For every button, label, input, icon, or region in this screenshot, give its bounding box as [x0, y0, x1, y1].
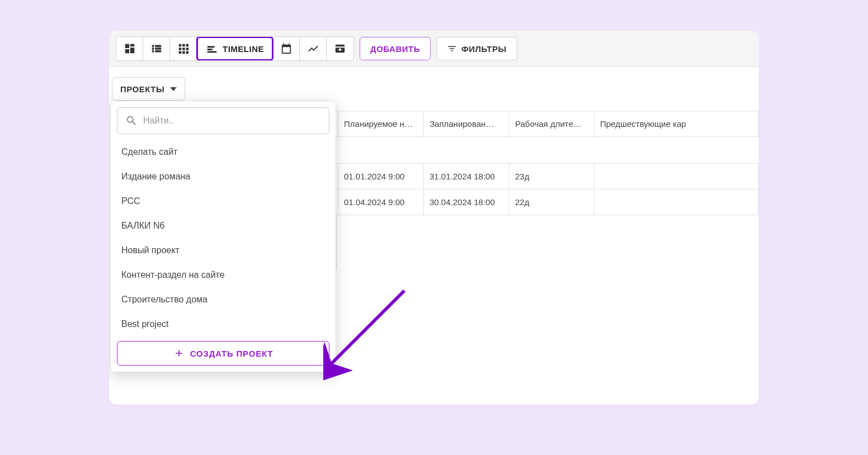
add-button[interactable]: ДОБАВИТЬ — [360, 37, 431, 60]
view-board-button[interactable] — [116, 37, 143, 60]
toolbar: TIMELINE ДОБАВИТЬ ФИЛЬТРЫ — [109, 31, 759, 67]
project-option[interactable]: Новый проект — [117, 238, 329, 263]
cell: 01.01.2024 9:00 — [338, 164, 424, 189]
project-option[interactable]: Строительство дома — [117, 287, 329, 312]
view-list-button[interactable] — [143, 37, 170, 60]
line-chart-icon — [307, 42, 319, 55]
projects-label: ПРОЕКТЫ — [120, 84, 164, 94]
column-header: Планируемое н… — [338, 111, 424, 136]
projects-dropdown-panel: Сделать сайт Издание романа РСС БАЛКИ N6… — [110, 101, 336, 372]
column-header: Предшествующие кар — [595, 111, 759, 136]
cell: 01.04.2024 9:00 — [338, 189, 424, 215]
create-project-button[interactable]: СОЗДАТЬ ПРОЕКТ — [117, 341, 329, 366]
dashboard-icon — [124, 42, 136, 55]
column-header: Рабочая длите… — [510, 111, 595, 136]
project-option[interactable]: РСС — [117, 189, 329, 214]
cell: 23д — [510, 164, 595, 189]
filters-button-label: ФИЛЬТРЫ — [461, 44, 507, 54]
search-field[interactable] — [117, 107, 329, 134]
view-timeline-button[interactable]: TIMELINE — [196, 36, 273, 61]
filters-button[interactable]: ФИЛЬТРЫ — [436, 37, 517, 60]
add-button-label: ДОБАВИТЬ — [370, 44, 420, 54]
search-icon — [125, 115, 138, 127]
cell — [595, 164, 759, 189]
filter-icon — [447, 44, 457, 54]
project-option[interactable]: Контент-раздел на сайте — [117, 263, 329, 287]
chevron-down-icon — [170, 87, 177, 91]
search-input[interactable] — [143, 116, 321, 126]
create-project-label: СОЗДАТЬ ПРОЕКТ — [190, 349, 273, 358]
project-option[interactable]: БАЛКИ N6 — [117, 214, 329, 238]
plus-icon — [173, 348, 185, 359]
list-icon — [150, 42, 163, 55]
grid-icon — [177, 42, 190, 55]
app-window: TIMELINE ДОБАВИТЬ ФИЛЬТРЫ ПРОЕКТЫ — [109, 31, 759, 405]
archive-icon — [334, 42, 346, 55]
view-timeline-label: TIMELINE — [223, 44, 264, 54]
project-option[interactable]: Сделать сайт — [117, 140, 329, 164]
view-grid-button[interactable] — [170, 37, 197, 60]
timeline-icon — [206, 42, 218, 55]
view-calendar-button[interactable] — [273, 37, 300, 60]
cell: 31.01.2024 18:00 — [424, 164, 510, 189]
cell — [595, 189, 759, 215]
project-option[interactable]: Best project — [117, 312, 329, 336]
view-chart-button[interactable] — [300, 37, 327, 60]
view-switcher: TIMELINE — [116, 36, 354, 61]
project-option[interactable]: Издание романа — [117, 164, 329, 189]
projects-dropdown-trigger[interactable]: ПРОЕКТЫ — [112, 77, 185, 101]
cell: 22д — [510, 189, 595, 215]
calendar-icon — [280, 42, 293, 55]
view-archive-button[interactable] — [327, 37, 353, 60]
column-header: Запланирован… — [424, 111, 510, 136]
content-area: ПРОЕКТЫ Планируемое н… Запланирован… Раб… — [109, 67, 759, 269]
cell: 30.04.2024 18:00 — [424, 189, 510, 215]
